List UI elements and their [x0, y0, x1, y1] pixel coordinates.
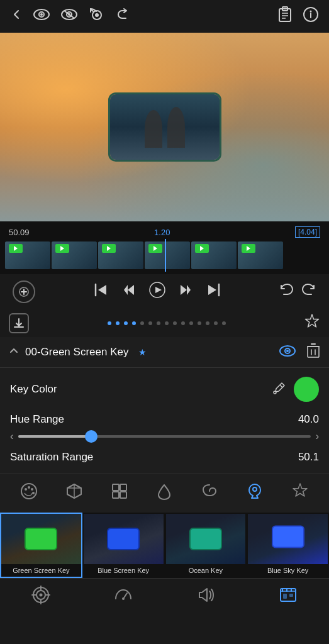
effect-delete-icon[interactable]: [306, 343, 320, 361]
info-icon[interactable]: [303, 6, 319, 26]
effect-header-left: 00-Green Screen Key ★: [9, 346, 147, 358]
bottom-nav-speed[interactable]: [113, 585, 133, 605]
bottom-nav-audio[interactable]: [196, 585, 216, 605]
person-left: [145, 110, 162, 148]
film-thumb-1: [5, 242, 50, 269]
preset-green-phone: [25, 528, 57, 550]
transport-left: [13, 280, 35, 303]
film-thumb-3: [98, 242, 143, 269]
favorites-button[interactable]: [304, 313, 320, 333]
video-preview[interactable]: [0, 33, 329, 221]
person-right: [167, 107, 185, 148]
cube-icon[interactable]: [65, 482, 84, 505]
transport-center: [94, 282, 221, 302]
speed-icon: [113, 585, 133, 605]
clipboard-icon[interactable]: [277, 6, 293, 26]
undo-button[interactable]: [279, 283, 294, 301]
film-thumb-icon-3: [102, 244, 116, 253]
svg-point-35: [25, 488, 27, 491]
saturation-range-row: Saturation Range 50.1: [0, 451, 329, 474]
palette-icon[interactable]: [20, 482, 38, 505]
effect-title: 00-Green Screen Key: [25, 346, 128, 358]
undo-camera-icon[interactable]: [88, 7, 106, 26]
dot-4: [132, 321, 136, 325]
effect-visibility-icon[interactable]: [279, 345, 296, 360]
dot-9: [173, 321, 177, 325]
dot-8: [165, 321, 169, 325]
filmstrip[interactable]: [5, 239, 324, 272]
dot-14: [214, 321, 218, 325]
svg-point-34: [21, 484, 36, 499]
skip-back-button[interactable]: [94, 283, 109, 301]
dot-13: [206, 321, 209, 325]
hue-range-track[interactable]: [18, 435, 310, 438]
preset-ocean-key[interactable]: Ocean Key: [165, 513, 247, 578]
svg-rect-27: [308, 347, 319, 357]
top-nav: [0, 0, 329, 33]
dot-3: [124, 321, 128, 325]
preset-blue-sky-key[interactable]: Blue Sky Key: [247, 513, 329, 578]
film-thumb-5: [191, 242, 237, 269]
nav-left: [10, 7, 130, 26]
svg-point-54: [122, 597, 125, 600]
dot-12: [198, 321, 201, 325]
preset-blue-phone: [107, 528, 140, 550]
progress-row: [0, 309, 329, 337]
hue-range-decrease[interactable]: ‹: [10, 431, 13, 442]
svg-rect-42: [120, 484, 126, 491]
eyedropper-icon[interactable]: [272, 381, 286, 398]
back-button[interactable]: [10, 8, 23, 25]
step-back-button[interactable]: [121, 283, 137, 301]
effect-header-right: [279, 343, 320, 361]
spiral-icon[interactable]: [200, 482, 219, 505]
svg-point-16: [310, 11, 312, 13]
star-toolbar-icon[interactable]: [291, 482, 309, 505]
svg-rect-57: [289, 594, 293, 597]
preset-blue-screen-key[interactable]: Blue Screen Key: [82, 513, 165, 578]
redo-icon[interactable]: [116, 8, 130, 25]
key-color-swatch[interactable]: [294, 377, 319, 402]
film-thumb-icon-6: [242, 244, 255, 253]
svg-line-32: [280, 385, 282, 387]
effect-star-icon: ★: [138, 347, 147, 357]
dot-11: [189, 321, 193, 325]
film-thumb-2: [52, 242, 97, 269]
svg-point-8: [95, 13, 99, 17]
preset-green-screen-key[interactable]: Green Screen Key: [0, 513, 82, 578]
eye-slash-icon[interactable]: [60, 8, 78, 25]
keyhole-icon[interactable]: [245, 482, 264, 505]
timeline-numbers: 50.09 1.20 [4.04]: [5, 225, 324, 239]
key-color-row: Key Color: [0, 368, 329, 411]
skip-forward-button[interactable]: [206, 283, 221, 301]
hue-range-increase[interactable]: ›: [316, 431, 319, 442]
hue-range-label-row: Hue Range 40.0: [10, 413, 319, 426]
drop-icon[interactable]: [155, 482, 174, 505]
hue-range-thumb[interactable]: [85, 430, 98, 443]
collapse-chevron[interactable]: [9, 347, 19, 358]
svg-rect-41: [113, 484, 119, 491]
eye-icon[interactable]: [33, 8, 50, 25]
saturation-label-row: Saturation Range 50.1: [10, 451, 319, 464]
bottom-nav-effects[interactable]: [278, 585, 298, 605]
play-button[interactable]: [149, 282, 165, 302]
film-thumb-icon-4: [148, 244, 162, 253]
svg-point-36: [28, 486, 30, 489]
transport-controls: [0, 274, 329, 309]
add-circle-button[interactable]: [13, 280, 35, 303]
download-button[interactable]: [9, 313, 29, 333]
step-forward-button[interactable]: [178, 283, 193, 301]
effect-header: 00-Green Screen Key ★: [0, 337, 329, 368]
dot-1: [108, 321, 111, 325]
film-thumb-icon-1: [9, 244, 23, 253]
redo-transport-button[interactable]: [301, 283, 316, 301]
svg-point-37: [31, 488, 33, 491]
svg-rect-43: [113, 492, 119, 498]
bottom-nav-target[interactable]: [31, 585, 51, 605]
phone-in-video: [108, 92, 221, 162]
grid-icon[interactable]: [110, 482, 129, 505]
timeline-bar: 50.09 1.20 [4.04]: [0, 221, 329, 274]
nav-right: [277, 6, 319, 26]
svg-point-33: [274, 391, 276, 394]
svg-point-48: [40, 594, 43, 597]
preset-thumb-green: [1, 514, 81, 564]
